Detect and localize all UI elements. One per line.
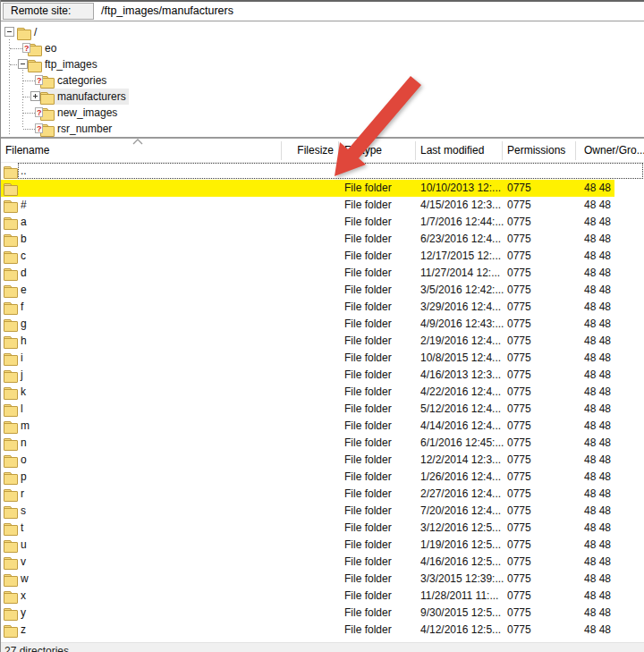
file-row[interactable]: b File folder 6/23/2016 12:4... 0775 48 …: [1, 231, 644, 248]
file-type: File folder: [344, 435, 392, 452]
file-modified: 4/16/2013 12:3...: [420, 367, 501, 384]
tree-item[interactable]: eo: [1, 40, 644, 56]
folder-icon: [4, 573, 17, 585]
question-badge-icon: [22, 43, 30, 53]
tree-item[interactable]: new_images: [1, 105, 644, 121]
remote-site-path-input[interactable]: /ftp_images/manufacturers: [101, 3, 233, 20]
folder-icon: [4, 539, 17, 551]
file-name: t: [21, 520, 275, 537]
file-row[interactable]: g File folder 4/9/2016 12:43:... 0775 48…: [1, 316, 644, 333]
file-type: File folder: [344, 418, 392, 435]
file-permissions: 0775: [507, 452, 531, 469]
column-header-filename[interactable]: Filename: [5, 144, 49, 157]
file-row[interactable]: t File folder 3/12/2016 12:5... 0775 48 …: [1, 520, 644, 537]
folder-icon: [4, 182, 17, 194]
file-row[interactable]: l File folder 5/12/2016 12:4... 0775 48 …: [1, 401, 644, 418]
file-row[interactable]: s File folder 7/20/2016 12:4... 0775 48 …: [1, 503, 644, 520]
file-row[interactable]: j File folder 4/16/2013 12:3... 0775 48 …: [1, 367, 644, 384]
tree-item[interactable]: ftp_images: [1, 56, 644, 72]
folder-icon: [4, 488, 17, 500]
file-permissions: 0775: [507, 299, 531, 316]
file-row[interactable]: m File folder 4/14/2016 12:4... 0775 48 …: [1, 418, 644, 435]
file-row[interactable]: c File folder 12/17/2015 12:... 0775 48 …: [1, 248, 644, 265]
folder-icon: [4, 403, 17, 415]
tree-expander-icon[interactable]: [30, 91, 40, 101]
file-row[interactable]: n File folder 6/1/2016 12:45:... 0775 48…: [1, 435, 644, 452]
file-owner: 48 48: [584, 452, 611, 469]
folder-icon: [40, 91, 54, 103]
file-row[interactable]: o File folder 12/2/2014 12:3... 0775 48 …: [1, 452, 644, 469]
file-row[interactable]: File folder 10/10/2013 12:... 0775 48 48: [1, 180, 644, 197]
tree-item-label: manufacturers: [57, 90, 126, 103]
folder-icon: [4, 199, 17, 211]
file-modified: 3/3/2015 12:39:...: [420, 571, 504, 588]
folder-icon: [4, 556, 17, 568]
file-owner: 48 48: [584, 367, 611, 384]
file-row[interactable]: h File folder 2/19/2016 12:4... 0775 48 …: [1, 333, 644, 350]
file-row[interactable]: v File folder 4/16/2016 12:5... 0775 48 …: [1, 554, 644, 571]
file-row[interactable]: i File folder 10/8/2015 12:4... 0775 48 …: [1, 350, 644, 367]
file-row[interactable]: f File folder 3/29/2016 12:4... 0775 48 …: [1, 299, 644, 316]
file-row[interactable]: u File folder 1/19/2016 12:5... 0775 48 …: [1, 537, 644, 554]
column-separator[interactable]: [415, 141, 416, 160]
column-header-filesize[interactable]: Filesize: [281, 144, 334, 157]
file-type: File folder: [344, 316, 392, 333]
tree-item[interactable]: manufacturers: [1, 89, 644, 105]
file-name: m: [21, 418, 275, 435]
file-row[interactable]: a File folder 1/7/2016 12:44:... 0775 48…: [1, 214, 644, 231]
tree-item[interactable]: rsr_number: [1, 121, 644, 137]
file-row[interactable]: e File folder 3/5/2016 12:42:... 0775 48…: [1, 282, 644, 299]
file-name: a: [21, 214, 275, 231]
file-row[interactable]: z File folder 4/12/2016 12:5... 0775 48 …: [1, 622, 644, 639]
column-header-last-modified[interactable]: Last modified: [420, 144, 484, 157]
file-row[interactable]: p File folder 1/26/2016 12:4... 0775 48 …: [1, 469, 644, 486]
file-name: k: [21, 384, 275, 401]
file-permissions: 0775: [507, 248, 531, 265]
file-name: b: [21, 231, 275, 248]
folder-icon: [4, 250, 17, 262]
column-header-filetype[interactable]: Filetype: [344, 144, 382, 157]
file-row[interactable]: y File folder 9/30/2015 12:5... 0775 48 …: [1, 605, 644, 622]
file-modified: 4/16/2016 12:5...: [420, 554, 501, 571]
file-type: File folder: [344, 520, 392, 537]
file-row[interactable]: r File folder 2/27/2016 12:4... 0775 48 …: [1, 486, 644, 503]
file-owner: 48 48: [584, 265, 611, 282]
file-type: File folder: [344, 571, 392, 588]
file-owner: 48 48: [584, 333, 611, 350]
file-type: File folder: [344, 452, 392, 469]
column-separator[interactable]: [281, 141, 282, 160]
tree-expander-icon[interactable]: [4, 27, 14, 37]
column-separator[interactable]: [575, 141, 576, 160]
file-modified: 12/2/2014 12:3...: [420, 452, 501, 469]
column-header-owner-group[interactable]: Owner/Gro...: [584, 144, 644, 157]
file-owner: 48 48: [584, 231, 611, 248]
file-name: e: [21, 282, 275, 299]
file-permissions: 0775: [507, 469, 531, 486]
tree-item[interactable]: categories: [1, 72, 644, 89]
file-owner: 48 48: [584, 503, 611, 520]
file-modified: 4/14/2016 12:4...: [420, 418, 501, 435]
tree-expander-icon[interactable]: [18, 59, 28, 69]
file-row[interactable]: ..: [1, 163, 644, 180]
column-header-permissions[interactable]: Permissions: [507, 144, 565, 157]
file-row[interactable]: d File folder 11/27/2014 12:... 0775 48 …: [1, 265, 644, 282]
folder-icon: [4, 420, 17, 432]
file-name: i: [21, 350, 275, 367]
focus-rectangle: [18, 163, 643, 179]
file-row[interactable]: x File folder 11/28/2011 11:... 0775 48 …: [1, 588, 644, 605]
column-separator[interactable]: [338, 141, 339, 160]
file-row[interactable]: w File folder 3/3/2015 12:39:... 0775 48…: [1, 571, 644, 588]
column-separator[interactable]: [502, 141, 503, 160]
file-row[interactable]: # File folder 4/15/2016 12:3... 0775 48 …: [1, 197, 644, 214]
folder-icon: [4, 267, 17, 279]
tree-item[interactable]: /: [1, 24, 644, 40]
remote-directory-tree: / eo ftp_images categories: [1, 21, 644, 137]
file-owner: 48 48: [584, 282, 611, 299]
file-permissions: 0775: [507, 435, 531, 452]
file-row[interactable]: k File folder 4/22/2016 12:4... 0775 48 …: [1, 384, 644, 401]
file-name: c: [21, 248, 275, 265]
folder-icon: [4, 505, 17, 517]
file-permissions: 0775: [507, 503, 531, 520]
file-modified: 6/23/2016 12:4...: [420, 231, 501, 248]
file-type: File folder: [344, 333, 392, 350]
